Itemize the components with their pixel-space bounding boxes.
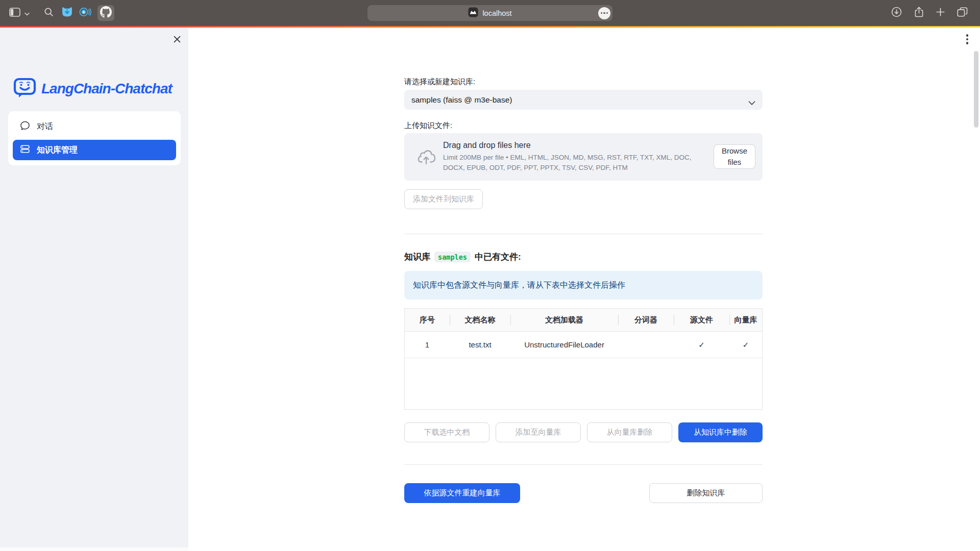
kb-files-heading: 知识库 samples 中已有文件:	[404, 251, 521, 263]
add-files-to-kb-button[interactable]: 添加文件到知识库	[404, 189, 483, 209]
heading-suffix: 中已有文件:	[475, 251, 521, 263]
rebuild-vectorstore-button[interactable]: 依据源文件重建向量库	[404, 483, 520, 503]
upload-label: 上传知识文件:	[404, 121, 452, 131]
sidebar-item-label: 知识库管理	[37, 145, 78, 156]
table-header-cell: 文档加载器	[510, 309, 618, 331]
extension-rings-button[interactable]	[79, 0, 91, 26]
extensions-more-button[interactable]	[598, 7, 610, 19]
divider	[404, 234, 763, 234]
chat-bubble-icon	[20, 120, 30, 133]
app-logo-text: LangChain-Chatchat	[41, 81, 172, 97]
divider	[404, 464, 763, 465]
kb-action-buttons: 依据源文件重建向量库 删除知识库	[404, 483, 763, 503]
cell-index: 1	[405, 332, 450, 358]
search-button[interactable]	[44, 0, 54, 26]
kb-select-value: samples (faiss @ m3e-base)	[411, 95, 512, 105]
main-content: 请选择或新建知识库: samples (faiss @ m3e-base) 上传…	[404, 28, 763, 551]
site-favicon	[468, 7, 478, 19]
download-selected-button[interactable]: 下载选中文档	[404, 422, 489, 442]
share-button[interactable]	[914, 6, 924, 20]
app-page: LangChain-Chatchat 对话 知识库管理 请选择或新建知识库: s…	[0, 28, 980, 551]
sidebar-toggle-button[interactable]	[9, 0, 30, 26]
search-icon	[44, 7, 54, 19]
cell-doc-name: test.txt	[450, 332, 510, 358]
cell-vector-check: ✓	[729, 332, 762, 358]
file-dropzone[interactable]: Drag and drop files here Limit 200MB per…	[404, 133, 763, 181]
download-button[interactable]	[891, 7, 902, 19]
table-header-cell: 源文件	[674, 309, 729, 331]
table-header-cell: 向量库	[729, 309, 762, 331]
cell-source-check: ✓	[674, 332, 729, 358]
delete-from-vectorstore-button[interactable]: 从向量库删除	[587, 422, 672, 442]
browse-files-button[interactable]: Browse files	[714, 144, 755, 169]
file-action-buttons: 下载选中文档 添加至向量库 从向量库删除 从知识库中删除	[404, 422, 763, 442]
dropzone-instructions: Drag and drop files here Limit 200MB per…	[443, 141, 708, 172]
sidebar-toggle-icon	[9, 8, 20, 19]
extension-cat-button[interactable]	[61, 0, 73, 26]
heading-prefix: 知识库	[404, 251, 430, 263]
sidebar-nav: 对话 知识库管理	[8, 111, 181, 165]
app-menu-kebab-button[interactable]	[964, 32, 971, 47]
table-row[interactable]: 1 test.txt UnstructuredFileLoader ✓ ✓	[405, 332, 762, 358]
add-to-vectorstore-button[interactable]: 添加至向量库	[496, 422, 581, 442]
kb-name-code: samples	[434, 252, 471, 262]
new-tab-button[interactable]	[936, 8, 945, 18]
chatchat-logo-icon	[13, 77, 36, 101]
address-bar[interactable]: localhost	[368, 5, 612, 21]
address-url: localhost	[482, 9, 511, 17]
app-logo: LangChain-Chatchat	[13, 77, 172, 101]
table-header-cell: 文档名称	[450, 309, 510, 331]
kb-select-label: 请选择或新建知识库:	[404, 77, 475, 87]
delete-kb-button[interactable]: 删除知识库	[649, 483, 763, 503]
github-icon	[100, 6, 112, 20]
dropzone-title: Drag and drop files here	[443, 141, 708, 150]
database-stack-icon	[20, 144, 30, 156]
sidebar-close-button[interactable]	[172, 35, 182, 45]
page-scrollbar-thumb[interactable]	[974, 51, 978, 128]
close-icon	[173, 35, 181, 45]
table-header-row: 序号 文档名称 文档加载器 分词器 源文件 向量库	[405, 309, 762, 332]
cloud-upload-icon	[417, 149, 436, 167]
chevron-down-icon	[748, 98, 755, 107]
extension-github-button[interactable]	[97, 5, 114, 21]
dropzone-limit-text: Limit 200MB per file • EML, HTML, JSON, …	[443, 153, 708, 172]
kb-select[interactable]: samples (faiss @ m3e-base)	[404, 90, 763, 110]
sidebar-item-label: 对话	[37, 121, 53, 132]
sidebar-bottom-strip	[0, 547, 188, 551]
table-header-cell: 分词器	[618, 309, 674, 331]
chevron-down-icon	[24, 9, 30, 18]
kb-files-table: 序号 文档名称 文档加载器 分词器 源文件 向量库 1 test.txt Uns…	[404, 308, 763, 410]
sidebar-item-knowledge-base[interactable]: 知识库管理	[13, 140, 176, 160]
delete-from-kb-button[interactable]: 从知识库中删除	[678, 422, 763, 442]
info-banner: 知识库中包含源文件与向量库，请从下表中选择文件后操作	[404, 271, 763, 299]
app-sidebar: LangChain-Chatchat 对话 知识库管理	[0, 28, 188, 551]
cell-splitter	[618, 332, 674, 358]
cat-download-icon	[61, 7, 73, 19]
cell-loader: UnstructuredFileLoader	[510, 332, 618, 358]
rings-star-icon	[79, 7, 91, 19]
tab-overview-button[interactable]	[957, 7, 968, 19]
browser-toolbar: localhost	[0, 0, 980, 26]
table-header-cell: 序号	[405, 309, 450, 331]
sidebar-item-chat[interactable]: 对话	[13, 116, 176, 137]
